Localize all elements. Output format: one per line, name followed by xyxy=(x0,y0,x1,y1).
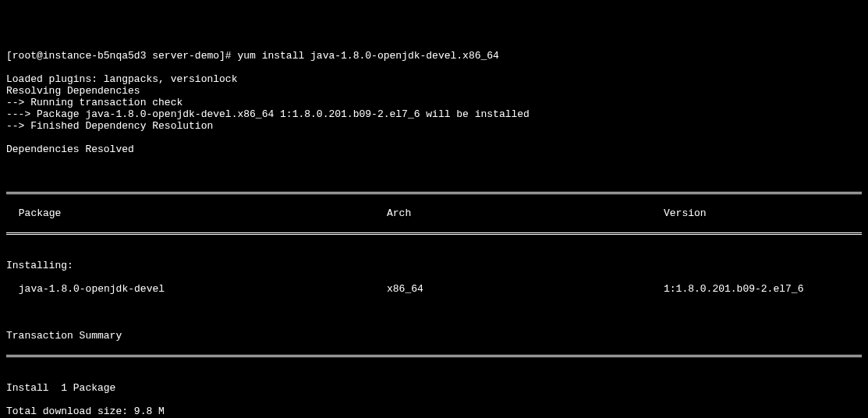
terminal-prompt-line: [root@instance-b5nqa5d3 server-demo]# yu… xyxy=(6,50,862,62)
cell-version: 1:1.8.0.201.b09-2.el7_6 xyxy=(664,283,862,295)
yum-install-output: Install 1 Package Total download size: 9… xyxy=(6,382,862,418)
cell-arch: x86_64 xyxy=(387,283,664,295)
package-row: java-1.8.0-openjdk-devel x86_64 1:1.8.0.… xyxy=(6,283,862,295)
terminal-output-line: Total download size: 9.8 M xyxy=(6,406,862,417)
table-rule-top xyxy=(6,192,862,194)
yum-resolve-output: Loaded plugins: langpacks, versionlockRe… xyxy=(6,73,862,167)
table-rule-header-bottom xyxy=(6,232,862,235)
terminal-output-line: Install 1 Package xyxy=(6,382,862,394)
terminal-output-line: ---> Package java-1.8.0-openjdk-devel.x8… xyxy=(6,108,862,120)
terminal-output-line xyxy=(6,155,862,167)
terminal-output-line xyxy=(6,394,862,406)
table-header-row: Package Arch Version xyxy=(6,207,862,219)
header-version: Version xyxy=(664,207,862,219)
table-rule-bottom xyxy=(6,355,862,357)
installing-label: Installing: xyxy=(6,260,862,271)
terminal-output-line: --> Finished Dependency Resolution xyxy=(6,120,862,132)
terminal-output-line: Resolving Dependencies xyxy=(6,85,862,97)
terminal-output-line: --> Running transaction check xyxy=(6,97,862,108)
terminal-output-line: Loaded plugins: langpacks, versionlock xyxy=(6,73,862,85)
cell-package: java-1.8.0-openjdk-devel xyxy=(6,283,387,295)
header-package: Package xyxy=(6,207,387,219)
header-arch: Arch xyxy=(387,207,664,219)
terminal-output-line xyxy=(6,132,862,143)
blank-line xyxy=(6,306,862,318)
transaction-summary-label: Transaction Summary xyxy=(6,330,862,342)
terminal-output-line: Dependencies Resolved xyxy=(6,143,862,155)
